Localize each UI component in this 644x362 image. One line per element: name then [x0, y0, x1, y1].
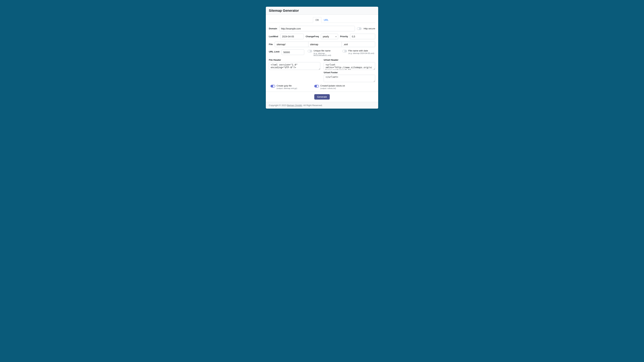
changefreq-label: ChangeFreq — [306, 35, 319, 38]
urllimit-label: URL Limit — [269, 50, 280, 53]
urllimit-input[interactable] — [282, 49, 304, 55]
urlset-header-label: Urlset Header — [324, 59, 375, 61]
tab-db[interactable]: DB — [313, 17, 321, 23]
urlset-footer-label: Urlset Footer — [324, 71, 375, 74]
page-title: Sitemap Generator — [269, 9, 375, 12]
file-label: File — [269, 43, 273, 45]
gzip-toggle[interactable] — [270, 85, 275, 87]
author-link[interactable]: Berkan Ümütlü — [287, 104, 302, 107]
file-ext-input[interactable] — [342, 41, 375, 47]
tabs: DB URL — [269, 17, 375, 23]
priority-label: Priority — [340, 35, 348, 38]
copyright-pre: Copyright © 2023 — [269, 104, 287, 107]
urlset-header-textarea[interactable] — [324, 62, 375, 70]
gzip-help: (output: sitemap.xml.gz) — [276, 87, 297, 89]
unique-filename-label: Unique file name — [314, 49, 340, 52]
copyright-post: . All Right Reserved. — [302, 104, 322, 107]
file-header-textarea[interactable] — [269, 62, 320, 70]
card-footer: Copyright © 2023 Berkan Ümütlü. All Righ… — [266, 102, 378, 109]
domain-input[interactable] — [279, 26, 355, 31]
file-prefix-input[interactable] — [275, 41, 308, 47]
lastmod-input[interactable] — [280, 34, 304, 39]
card: Sitemap Generator DB URL Domain Http sec… — [266, 7, 378, 109]
http-secure-toggle[interactable] — [357, 27, 362, 30]
file-name-input[interactable] — [308, 41, 342, 47]
unique-filename-toggle[interactable] — [308, 50, 312, 52]
file-header-label: File Header — [269, 59, 320, 61]
unique-filename-help: (e.g. sitemap-66101983afb31.xml) — [314, 52, 340, 56]
robots-toggle[interactable] — [314, 85, 319, 87]
priority-input[interactable] — [350, 34, 375, 39]
filename-date-help: (e.g. sitemap-2024-04-05.xml) — [348, 52, 374, 54]
http-secure-label: Http secure — [364, 27, 375, 30]
urlset-footer-textarea[interactable] — [324, 75, 375, 82]
card-header: Sitemap Generator — [266, 7, 378, 15]
filename-date-label: File name with date — [348, 49, 374, 52]
tab-url[interactable]: URL — [321, 17, 331, 23]
domain-label: Domain — [269, 27, 277, 30]
card-body: DB URL Domain Http secure LastMod Change… — [266, 15, 378, 102]
robots-help: (output: robots.txt) — [320, 87, 345, 89]
robots-label: Create/Update robots.txt — [320, 84, 345, 87]
changefreq-select[interactable]: yearly — [321, 34, 338, 39]
filename-date-toggle[interactable] — [342, 50, 347, 52]
lastmod-label: LastMod — [269, 35, 278, 38]
generate-button[interactable]: Generate — [314, 94, 330, 99]
gzip-label: Create gzip file — [276, 84, 297, 87]
